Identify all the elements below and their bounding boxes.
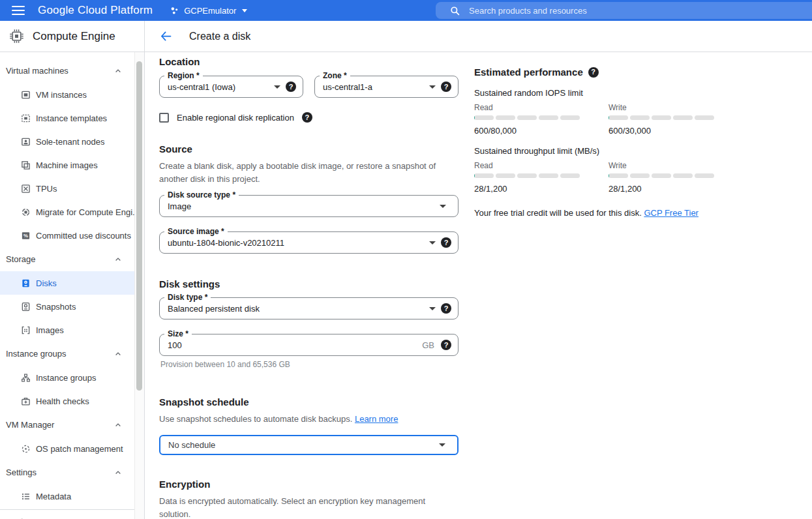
help-icon[interactable]: ? bbox=[286, 82, 296, 92]
instance-groups-icon bbox=[20, 372, 31, 383]
source-image-select[interactable]: Source image * ubuntu-1804-bionic-v20210… bbox=[159, 231, 459, 254]
throughput-write-value: 28/1,200 bbox=[609, 184, 714, 194]
images-icon bbox=[20, 325, 31, 335]
sidebar-item-snapshots[interactable]: Snapshots bbox=[0, 295, 144, 318]
sidebar-item-machine-images[interactable]: Machine images bbox=[0, 153, 144, 177]
sidebar-scrollbar-thumb[interactable] bbox=[136, 61, 142, 391]
encryption-description: Data is encrypted automatically. Select … bbox=[159, 495, 459, 519]
snapshots-icon bbox=[20, 301, 31, 312]
sidebar-item-tpus[interactable]: TPUs bbox=[0, 177, 144, 200]
free-tier-note: Your free trial credit will be used for … bbox=[474, 208, 732, 218]
sidebar-item-images[interactable]: Images bbox=[0, 318, 144, 342]
location-heading: Location bbox=[159, 56, 459, 67]
compute-engine-icon bbox=[9, 29, 24, 44]
metadata-icon bbox=[20, 491, 31, 501]
project-name: GCPEmulator bbox=[184, 6, 236, 16]
machine-images-icon bbox=[20, 160, 31, 170]
top-app-bar: Google Cloud Platform GCPEmulator bbox=[0, 0, 812, 21]
search-bar[interactable] bbox=[436, 2, 812, 19]
throughput-read-bar bbox=[474, 173, 580, 178]
region-value: us-central1 (Iowa) bbox=[168, 82, 270, 92]
sidebar-item-health-checks[interactable]: Health checks bbox=[0, 389, 144, 413]
health-checks-icon bbox=[20, 396, 31, 406]
encryption-heading: Encryption bbox=[159, 479, 459, 490]
help-icon[interactable]: ? bbox=[441, 237, 451, 248]
project-selector[interactable]: GCPEmulator bbox=[170, 6, 247, 16]
disks-icon bbox=[20, 278, 31, 288]
dropdown-caret-icon bbox=[429, 307, 436, 310]
size-unit: GB bbox=[422, 340, 434, 350]
back-arrow-icon[interactable] bbox=[159, 29, 173, 43]
throughput-title: Sustained throughput limit (MB/s) bbox=[474, 146, 732, 156]
chevron-up-icon bbox=[114, 421, 122, 429]
sidebar-item-vm-instances[interactable]: VM instances bbox=[0, 83, 144, 106]
sidebar-item-migrate-for-compute-engine[interactable]: Migrate for Compute Engi... bbox=[0, 200, 144, 224]
dropdown-caret-icon bbox=[429, 85, 436, 89]
tpus-icon bbox=[20, 183, 31, 194]
sidebar-item-os-patch-management[interactable]: OS patch management bbox=[0, 437, 144, 460]
learn-more-link[interactable]: Learn more bbox=[355, 414, 398, 424]
chevron-up-icon bbox=[114, 67, 122, 75]
sidebar: Virtual machines VM instances Instance t… bbox=[0, 52, 145, 519]
size-input[interactable]: Size * 100 GB ? bbox=[159, 334, 459, 356]
sidebar-item-instance-templates[interactable]: Instance templates bbox=[0, 106, 144, 130]
gcp-free-tier-link[interactable]: GCP Free Tier bbox=[644, 208, 699, 218]
sidebar-item-disks[interactable]: Disks bbox=[0, 271, 144, 295]
instance-templates-icon bbox=[20, 113, 31, 123]
iops-read-value: 600/80,000 bbox=[474, 126, 580, 136]
page-title: Create a disk bbox=[189, 31, 250, 42]
iops-write-value: 600/30,000 bbox=[609, 126, 714, 136]
iops-title: Sustained random IOPS limit bbox=[474, 88, 732, 98]
dropdown-caret-icon bbox=[429, 241, 436, 245]
estimated-performance-panel: Estimated performance ? Sustained random… bbox=[474, 67, 732, 218]
snapshot-schedule-select[interactable]: No schedule bbox=[159, 435, 459, 455]
chevron-up-icon bbox=[114, 469, 122, 477]
help-icon[interactable]: ? bbox=[441, 340, 451, 350]
migrate-icon bbox=[20, 207, 31, 217]
sidebar-section-storage[interactable]: Storage bbox=[0, 247, 144, 271]
source-heading: Source bbox=[159, 143, 459, 155]
search-input[interactable] bbox=[469, 6, 743, 16]
sidebar-section-instance-groups[interactable]: Instance groups bbox=[0, 342, 144, 366]
sidebar-section-vm-manager[interactable]: VM Manager bbox=[0, 413, 144, 437]
region-select[interactable]: Region * us-central1 (Iowa) ? bbox=[159, 76, 303, 98]
sidebar-item-metadata[interactable]: Metadata bbox=[0, 484, 144, 508]
menu-icon[interactable] bbox=[12, 6, 25, 15]
region-label: Region * bbox=[164, 71, 203, 81]
sidebar-item-marketplace[interactable]: Marketplace bbox=[0, 509, 144, 519]
product-header: Compute Engine Create a disk bbox=[0, 21, 812, 52]
help-icon[interactable]: ? bbox=[302, 112, 312, 123]
disk-type-select[interactable]: Disk type * Balanced persistent disk ? bbox=[159, 297, 459, 319]
disk-source-type-select[interactable]: Disk source type * Image bbox=[159, 195, 459, 217]
iops-read-bar bbox=[474, 115, 580, 120]
os-patch-management-icon bbox=[20, 443, 31, 454]
disk-settings-heading: Disk settings bbox=[159, 278, 459, 289]
chevron-up-icon bbox=[114, 350, 122, 358]
product-name: Compute Engine bbox=[33, 30, 115, 43]
sidebar-item-instance-groups[interactable]: Instance groups bbox=[0, 366, 144, 389]
sidebar-section-settings[interactable]: Settings bbox=[0, 460, 144, 484]
throughput-read-value: 28/1,200 bbox=[474, 184, 580, 194]
product-switcher[interactable]: Compute Engine bbox=[0, 21, 145, 52]
help-icon[interactable]: ? bbox=[441, 303, 451, 314]
sidebar-item-committed-use-discounts[interactable]: % Committed use discounts bbox=[0, 224, 144, 247]
throughput-write-bar bbox=[609, 173, 714, 178]
sidebar-item-sole-tenant-nodes[interactable]: Sole-tenant nodes bbox=[0, 130, 144, 153]
sidebar-scrollbar-track[interactable] bbox=[134, 52, 144, 519]
source-description: Create a blank disk, apply a bootable di… bbox=[159, 160, 459, 186]
zone-value: us-central1-a bbox=[323, 82, 425, 92]
gcp-logo-title: Google Cloud Platform bbox=[38, 4, 153, 17]
sidebar-section-virtual-machines[interactable]: Virtual machines bbox=[0, 59, 144, 83]
regional-replication-checkbox[interactable] bbox=[159, 113, 169, 123]
dropdown-caret-icon bbox=[440, 205, 446, 208]
snapshot-schedule-description: Use snapshot schedules to automate disk … bbox=[159, 413, 459, 426]
chevron-down-icon bbox=[242, 9, 247, 12]
help-icon[interactable]: ? bbox=[588, 67, 599, 78]
snapshot-schedule-heading: Snapshot schedule bbox=[159, 396, 459, 408]
regional-replication-label: Enable regional disk replication bbox=[177, 113, 294, 123]
dropdown-caret-icon bbox=[274, 85, 280, 89]
create-disk-form: Location Region * us-central1 (Iowa) ? Z… bbox=[145, 52, 812, 519]
zone-select[interactable]: Zone * us-central1-a ? bbox=[314, 76, 459, 98]
help-icon[interactable]: ? bbox=[441, 82, 451, 92]
size-helper-text: Provision between 10 and 65,536 GB bbox=[159, 360, 459, 369]
